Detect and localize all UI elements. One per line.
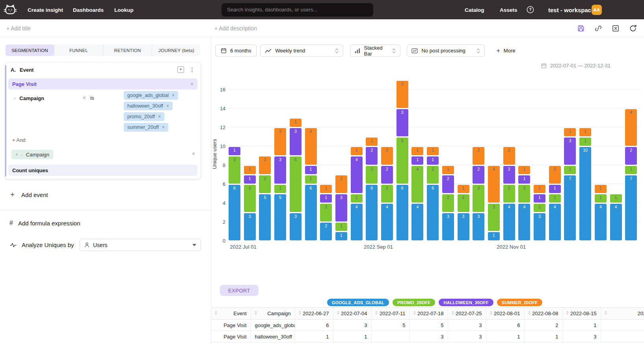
post-processing-select[interactable]: No post processing	[407, 45, 485, 57]
bar-segment[interactable]: 1	[351, 147, 363, 155]
column-header[interactable]: Campaign	[251, 308, 295, 320]
column-header[interactable]: 2022-08-01	[486, 308, 524, 320]
close-square-icon[interactable]	[612, 24, 620, 32]
bar-segment[interactable]: 3	[244, 213, 256, 240]
bar-segment[interactable]: 3	[274, 128, 286, 155]
bar-segment[interactable]: 2	[335, 175, 347, 193]
sort-icon[interactable]	[413, 311, 416, 316]
sort-icon[interactable]	[214, 311, 218, 316]
bar-segment[interactable]: 3	[290, 213, 302, 240]
bar-segment[interactable]: 2	[503, 147, 515, 165]
bar-segment[interactable]: 5	[396, 138, 408, 184]
bar-segment[interactable]: 2	[503, 166, 515, 184]
bar-segment[interactable]: 3	[488, 204, 500, 231]
refresh-icon[interactable]	[629, 24, 637, 32]
bar-segment[interactable]: 6	[229, 185, 240, 240]
workspace-name[interactable]: test - workspace	[548, 6, 595, 13]
add-event-button[interactable]: + Add event	[10, 190, 48, 199]
bar-segment[interactable]: 2	[366, 147, 378, 165]
event-name-row[interactable]: Page Visit ×	[8, 78, 197, 89]
bar-segment[interactable]: 1	[564, 166, 576, 174]
filter-value-chip[interactable]: google_ads_global×	[124, 91, 178, 100]
bar-segment[interactable]: 7	[625, 175, 637, 240]
event-menu-icon[interactable]: ⋮	[189, 66, 195, 73]
bar-segment[interactable]: 4	[351, 156, 363, 193]
bar-segment[interactable]: 3	[274, 156, 286, 184]
bar-segment[interactable]: 2	[381, 185, 393, 203]
bar-segment[interactable]: 1	[518, 166, 530, 174]
column-header[interactable]: 2022-07-25	[448, 308, 486, 320]
bar-segment[interactable]: 2	[473, 166, 484, 184]
trend-select[interactable]: Weekly trend	[260, 45, 343, 57]
remove-value-icon[interactable]: ×	[158, 114, 161, 119]
bar-segment[interactable]: 3	[534, 213, 545, 240]
bar-segment[interactable]: 2	[473, 147, 484, 165]
remove-value-icon[interactable]: ×	[172, 93, 175, 98]
bar-segment[interactable]: 4	[503, 204, 515, 240]
bar-segment[interactable]: 3	[396, 81, 408, 108]
sort-icon[interactable]	[490, 311, 493, 316]
bar-segment[interactable]: 2	[549, 166, 561, 184]
remove-breakdown-icon[interactable]: ×	[15, 152, 18, 157]
bar-segment[interactable]: 4	[549, 204, 561, 240]
bar-segment[interactable]: 4	[381, 204, 393, 240]
remove-filter-icon[interactable]: ×	[83, 95, 86, 101]
add-title[interactable]: + Add title	[6, 25, 31, 32]
bar-segment[interactable]: 1	[427, 147, 439, 155]
bar-segment[interactable]: 2	[518, 185, 530, 203]
bar-segment[interactable]: 1	[610, 194, 622, 203]
bar-segment[interactable]: 1	[229, 147, 240, 155]
bar-segment[interactable]: 1	[335, 223, 347, 231]
bar-segment[interactable]: 6	[427, 185, 439, 240]
bar-segment[interactable]: 3	[473, 185, 484, 212]
bar-segment[interactable]: 1	[290, 119, 302, 127]
column-header[interactable]: 2022-08-08	[524, 308, 562, 320]
bar-segment[interactable]: 6	[396, 185, 408, 240]
add-description[interactable]: + Add description	[214, 25, 257, 32]
bar-segment[interactable]: 7	[564, 175, 576, 240]
breakdown-chip[interactable]: × · Campaign	[11, 150, 53, 159]
cat-logo-icon[interactable]	[3, 3, 17, 17]
bar-segment[interactable]: 2	[427, 166, 439, 184]
bar-segment[interactable]: 1	[411, 156, 423, 165]
bar-segment[interactable]: 1	[595, 185, 607, 193]
column-header[interactable]: 2022-07-11	[371, 308, 409, 320]
bar-segment[interactable]: 2	[320, 204, 332, 221]
sort-icon[interactable]	[254, 311, 257, 316]
bar-segment[interactable]: 1	[625, 166, 637, 174]
legend-item-promo_20off[interactable]: PROMO_20OFF	[393, 299, 435, 306]
nav-dashboards[interactable]: Dashboards	[73, 7, 104, 13]
sort-icon[interactable]	[566, 311, 569, 316]
bar-segment[interactable]: 4	[305, 128, 317, 165]
filter-operator[interactable]: is	[90, 95, 94, 101]
sort-icon[interactable]	[451, 311, 454, 316]
legend-item-summer_20off[interactable]: SUMMER_20OFF	[497, 299, 543, 306]
more-button[interactable]: + More	[496, 47, 515, 54]
bar-segment[interactable]: 6	[305, 185, 317, 240]
column-header[interactable]: 2022-08-22	[601, 308, 644, 320]
sort-icon[interactable]	[528, 311, 531, 316]
bar-segment[interactable]: 6	[366, 185, 378, 240]
bar-segment[interactable]: 1	[244, 166, 256, 174]
bar-segment[interactable]: 4	[518, 204, 530, 240]
filter-value-chip[interactable]: summer_20off×	[124, 123, 168, 132]
column-header[interactable]: 2022-08-15	[562, 308, 601, 320]
bar-segment[interactable]: 1	[335, 232, 347, 240]
bar-segment[interactable]: 1	[488, 232, 500, 240]
bar-segment[interactable]: 1	[579, 138, 591, 146]
tab-funnel[interactable]: FUNNEL	[54, 45, 103, 56]
bar-segment[interactable]: 3	[564, 138, 576, 165]
bar-segment[interactable]: 2	[366, 166, 378, 184]
add-filter-button[interactable]: +	[177, 66, 184, 73]
bar-segment[interactable]: 1	[274, 185, 286, 193]
bar-segment[interactable]: 1	[244, 175, 256, 184]
bar-segment[interactable]: 4	[488, 166, 500, 203]
tab-segmentation[interactable]: SEGMENTATION	[6, 45, 54, 56]
filter-property[interactable]: Campaign	[19, 95, 44, 101]
bar-segment[interactable]: 1	[534, 204, 545, 212]
filter-value-chip[interactable]: promo_20off×	[124, 112, 164, 121]
nav-assets[interactable]: Assets	[500, 7, 517, 13]
column-header[interactable]: 2022-06-27	[295, 308, 333, 320]
analyze-by-select[interactable]: Users	[80, 239, 201, 251]
bar-segment[interactable]: 4	[411, 204, 423, 240]
